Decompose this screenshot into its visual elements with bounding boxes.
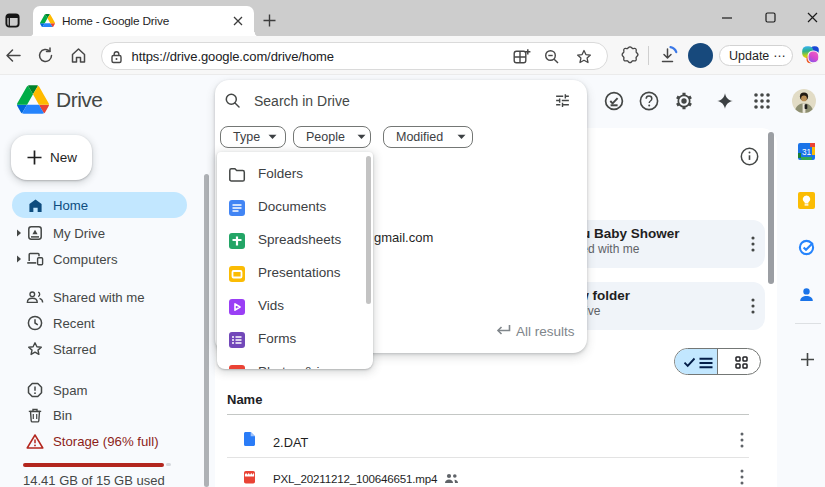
svg-text:31: 31 <box>802 148 812 157</box>
